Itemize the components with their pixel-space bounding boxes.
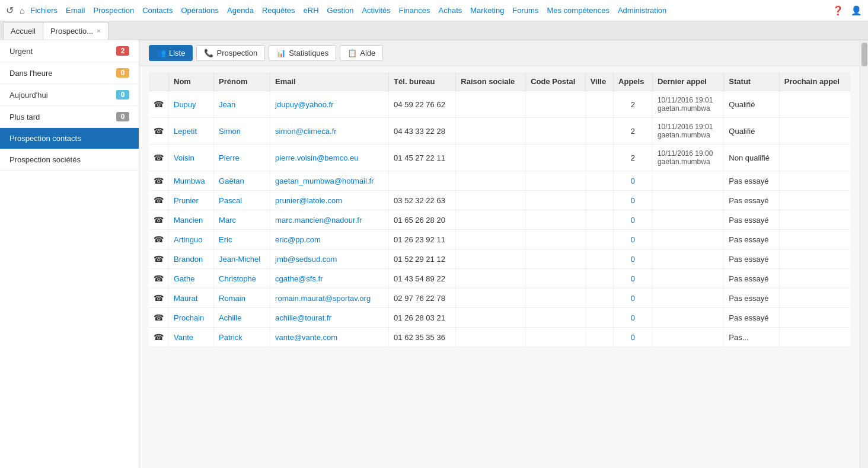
col-header-10: Statut (724, 72, 779, 91)
email-link[interactable]: gaetan_mumbwa@hotmail.fr (275, 177, 374, 185)
prenom-link[interactable]: Pascal (219, 196, 242, 205)
cell-tel: 01 43 54 89 22 (389, 269, 456, 289)
email-link[interactable]: romain.maurat@sportav.org (275, 294, 371, 303)
phone-icon-cell[interactable]: ☎ (149, 249, 169, 269)
sidebar-item-aujourd-hui[interactable]: Aujourd'hui0 (0, 84, 139, 106)
phone-icon-cell[interactable]: ☎ (149, 308, 169, 328)
email-link[interactable]: cgathe@sfs.fr (275, 274, 323, 283)
nom-link[interactable]: Mancien (174, 216, 203, 225)
email-link[interactable]: vante@vante.com (275, 333, 337, 342)
phone-icon[interactable]: ☎ (154, 254, 164, 264)
nav-link-prospection[interactable]: Prospection (94, 6, 135, 15)
nav-link-achats[interactable]: Achats (439, 6, 462, 15)
prenom-link[interactable]: Eric (219, 235, 232, 244)
cell-prenom: Simon (214, 118, 270, 145)
sidebar-item-plus-tard[interactable]: Plus tard0 (0, 106, 139, 128)
phone-icon-cell[interactable]: ☎ (149, 145, 169, 171)
nom-link[interactable]: Maurat (174, 294, 197, 303)
toolbar-btn-aide[interactable]: 📋Aide (340, 45, 383, 61)
phone-icon[interactable]: ☎ (154, 176, 164, 185)
tab-prospection[interactable]: Prospectio...× (43, 22, 108, 40)
user-icon[interactable]: 👤 (851, 5, 862, 16)
email-link[interactable]: eric@pp.com (275, 235, 321, 244)
toolbar-btn-statistiques[interactable]: 📊Statistiques (269, 45, 336, 61)
phone-icon-cell[interactable]: ☎ (149, 230, 169, 249)
nom-link[interactable]: Gathe (174, 274, 194, 283)
phone-icon[interactable]: ☎ (154, 100, 164, 109)
email-link[interactable]: simon@climeca.fr (275, 127, 337, 136)
prenom-link[interactable]: Patrick (219, 333, 242, 342)
phone-icon[interactable]: ☎ (154, 313, 164, 322)
email-link[interactable]: achille@tourat.fr (275, 313, 331, 322)
nav-link-marketing[interactable]: Marketing (470, 6, 504, 15)
prenom-link[interactable]: Gaëtan (219, 177, 244, 185)
nom-link[interactable]: Mumbwa (174, 177, 205, 185)
prenom-link[interactable]: Christophe (219, 274, 256, 283)
email-link[interactable]: pierre.voisin@bemco.eu (275, 153, 358, 162)
nom-link[interactable]: Vante (174, 333, 193, 342)
phone-icon-cell[interactable]: ☎ (149, 269, 169, 289)
sidebar-label-aujourd-hui: Aujourd'hui (9, 91, 48, 100)
nav-link-agenda[interactable]: Agenda (227, 6, 254, 15)
phone-icon[interactable]: ☎ (154, 332, 164, 342)
cell-raison (456, 118, 526, 145)
nom-link[interactable]: Dupuy (174, 100, 196, 109)
nom-link[interactable]: Lepetit (174, 127, 197, 136)
prenom-link[interactable]: Pierre (219, 153, 240, 162)
nav-link-contacts[interactable]: Contacts (142, 6, 173, 15)
phone-icon-cell[interactable]: ☎ (149, 118, 169, 145)
email-link[interactable]: jmb@sedsud.com (275, 255, 337, 264)
home-icon[interactable]: ⌂ (20, 6, 24, 15)
nav-link-competences[interactable]: Mes compétences (547, 6, 609, 15)
phone-icon-cell[interactable]: ☎ (149, 91, 169, 118)
nav-link-finances[interactable]: Finances (399, 6, 430, 15)
phone-icon-cell[interactable]: ☎ (149, 210, 169, 230)
phone-icon[interactable]: ☎ (154, 293, 164, 303)
phone-icon[interactable]: ☎ (154, 153, 164, 162)
nav-link-administration[interactable]: Administration (618, 6, 666, 15)
email-link[interactable]: jdupuy@yahoo.fr (275, 100, 333, 109)
toolbar-btn-prospection[interactable]: 📞Prospection (196, 45, 265, 61)
tab-close-prospection[interactable]: × (97, 27, 100, 34)
sidebar-item-prospection-contacts[interactable]: Prospection contacts (0, 128, 139, 149)
nom-link[interactable]: Artinguo (174, 235, 202, 244)
help-icon[interactable]: ❓ (832, 5, 844, 16)
nav-link-gestion[interactable]: Gestion (327, 6, 354, 15)
nom-link[interactable]: Brandon (174, 255, 203, 264)
nav-link-activites[interactable]: Activités (362, 6, 390, 15)
sidebar-item-prospection-societes[interactable]: Prospection sociétés (0, 149, 139, 171)
nav-link-requetes[interactable]: Requêtes (262, 6, 295, 15)
phone-icon-cell[interactable]: ☎ (149, 191, 169, 210)
phone-icon-cell[interactable]: ☎ (149, 171, 169, 191)
nav-link-fichiers[interactable]: Fichiers (30, 6, 58, 15)
prenom-link[interactable]: Marc (219, 216, 236, 225)
phone-icon-cell[interactable]: ☎ (149, 289, 169, 308)
prenom-link[interactable]: Romain (219, 294, 245, 303)
email-link[interactable]: prunier@latole.com (275, 196, 342, 205)
phone-icon[interactable]: ☎ (154, 215, 164, 225)
history-icon[interactable]: ↺ (6, 5, 14, 16)
scrollbar[interactable] (860, 40, 868, 468)
nav-link-forums[interactable]: Forums (512, 6, 538, 15)
tab-accueil[interactable]: Accueil (3, 22, 43, 40)
prenom-link[interactable]: Simon (219, 127, 241, 136)
toolbar-btn-liste[interactable]: 👥Liste (149, 45, 193, 61)
nav-link-operations[interactable]: Opérations (181, 6, 219, 15)
phone-icon-cell[interactable]: ☎ (149, 328, 169, 347)
nom-link[interactable]: Prochain (174, 313, 204, 322)
phone-icon[interactable]: ☎ (154, 126, 164, 136)
phone-icon[interactable]: ☎ (154, 274, 164, 283)
phone-icon[interactable]: ☎ (154, 235, 164, 244)
prenom-link[interactable]: Jean-Michel (219, 255, 260, 264)
nom-link[interactable]: Voisin (174, 153, 194, 162)
email-link[interactable]: marc.mancien@nadour.fr (275, 216, 362, 225)
nom-link[interactable]: Prunier (174, 196, 199, 205)
prenom-link[interactable]: Achille (219, 313, 241, 322)
prenom-link[interactable]: Jean (219, 100, 235, 109)
nav-link-erh[interactable]: eRH (304, 6, 319, 15)
nav-link-email[interactable]: Email (66, 6, 85, 15)
sidebar-item-urgent[interactable]: Urgent2 (0, 40, 139, 62)
sidebar-item-dans-heure[interactable]: Dans l'heure0 (0, 62, 139, 84)
phone-icon[interactable]: ☎ (154, 195, 164, 205)
scrollbar-thumb[interactable] (861, 43, 867, 66)
